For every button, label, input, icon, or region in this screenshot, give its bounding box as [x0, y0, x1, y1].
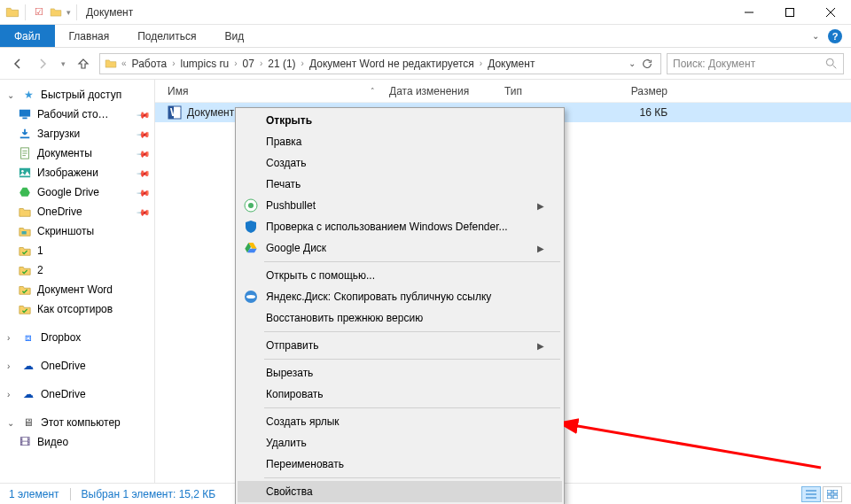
sidebar-item[interactable]: 2	[0, 260, 154, 280]
sidebar-item[interactable]: Загрузки📌	[0, 124, 154, 143]
menu-label: Переименовать	[266, 458, 344, 470]
cloud-icon: ☁	[21, 359, 35, 373]
tab-view[interactable]: Вид	[210, 25, 258, 47]
divider	[76, 4, 77, 20]
sidebar-this-pc[interactable]: ⌄ 🖥 Этот компьютер	[0, 413, 154, 432]
forward-button[interactable]	[32, 53, 53, 74]
nav-buttons: ▾	[7, 53, 94, 74]
gdrive-icon	[18, 185, 32, 199]
sidebar-item[interactable]: Скриншоты	[0, 221, 154, 241]
sidebar-item-videos[interactable]: 🎞 Видео	[0, 432, 154, 452]
address-bar[interactable]: « Работа› lumpics ru› 07› 21 (1)› Докуме…	[99, 53, 661, 74]
menu-item[interactable]: Правка	[238, 131, 562, 152]
menu-item[interactable]: Создать	[238, 152, 562, 174]
chevron-right-icon[interactable]: ›	[168, 58, 178, 68]
word-doc-icon: W	[168, 105, 182, 120]
menu-item[interactable]: Вырезать	[238, 362, 562, 384]
chevron-down-icon[interactable]: ⌄	[7, 418, 16, 428]
sidebar-item[interactable]: Документы📌	[0, 143, 154, 163]
svg-rect-14	[827, 495, 831, 499]
col-date[interactable]: Дата изменения	[382, 85, 497, 97]
svg-point-7	[21, 170, 24, 173]
crumb[interactable]: Документ	[486, 58, 536, 70]
menu-item[interactable]: Удалить	[238, 432, 562, 454]
chevron-right-icon[interactable]: ›	[7, 361, 16, 371]
crumb[interactable]: Документ Word не редактируется	[308, 58, 476, 70]
submenu-arrow-icon: ▶	[537, 244, 544, 253]
sidebar-quick-access[interactable]: ⌄ ★ Быстрый доступ	[0, 85, 154, 105]
tab-home[interactable]: Главная	[55, 25, 124, 47]
chevron-right-icon[interactable]: ›	[476, 58, 486, 68]
menu-label: Создать ярлык	[266, 415, 340, 428]
menu-item[interactable]: Открыть	[238, 110, 562, 131]
sidebar-onedrive[interactable]: › ☁ OneDrive	[0, 356, 154, 376]
sidebar-label: Загрузки	[37, 128, 80, 140]
sidebar-item[interactable]: Документ Word	[0, 280, 154, 299]
help-icon[interactable]: ?	[828, 29, 842, 43]
chevron-right-icon[interactable]: ›	[7, 333, 16, 343]
menu-item[interactable]: Открыть с помощью...	[238, 265, 562, 286]
crumb[interactable]: Работа	[130, 58, 169, 70]
chevron-right-icon[interactable]: ›	[298, 58, 308, 68]
address-dropdown-icon[interactable]: ⌄	[628, 58, 636, 68]
recent-dropdown[interactable]: ▾	[57, 53, 69, 74]
tab-share[interactable]: Поделиться	[123, 25, 210, 47]
tab-file[interactable]: Файл	[0, 25, 55, 47]
maximize-button[interactable]	[769, 0, 810, 25]
col-size[interactable]: Размер	[604, 85, 675, 97]
folder-icon	[18, 205, 32, 219]
menu-item[interactable]: Печать	[238, 174, 562, 195]
chevron-right-icon[interactable]: ›	[230, 58, 240, 68]
monitor-icon: 🖥	[21, 415, 35, 430]
search-input[interactable]: Поиск: Документ	[667, 53, 844, 74]
menu-label: Отправить	[266, 339, 319, 352]
sidebar-item[interactable]: 1	[0, 241, 154, 260]
crumb[interactable]: 07	[241, 58, 256, 70]
menu-item[interactable]: Проверка с использованием Windows Defend…	[238, 216, 562, 237]
qat-dropdown-icon[interactable]: ▾	[66, 8, 71, 17]
titlebar: ☑ ▾ Документ	[0, 0, 851, 25]
col-type[interactable]: Тип	[497, 85, 604, 97]
menu-label: Google Диск	[266, 242, 326, 254]
details-view-button[interactable]	[801, 486, 821, 502]
chevron-right-icon[interactable]: ›	[7, 390, 16, 399]
menu-item[interactable]: Восстановить прежнюю версию	[238, 307, 562, 329]
menu-item[interactable]: Создать ярлык	[238, 411, 562, 432]
sidebar-item[interactable]: Изображени📌	[0, 163, 154, 182]
search-icon[interactable]	[825, 58, 838, 70]
crumb[interactable]: lumpics ru	[179, 58, 231, 70]
checkbox-qat-icon[interactable]: ☑	[31, 6, 47, 18]
pin-icon: 📌	[137, 185, 151, 199]
sidebar-dropbox[interactable]: › ⧈ Dropbox	[0, 328, 154, 347]
sidebar-item[interactable]: Как отсортиров	[0, 299, 154, 319]
menu-label: Вырезать	[266, 367, 313, 379]
sidebar-onedrive[interactable]: › ☁ OneDrive	[0, 384, 154, 404]
menu-item[interactable]: Google Диск▶	[238, 237, 562, 259]
tiles-view-button[interactable]	[823, 486, 842, 502]
back-button[interactable]	[7, 53, 28, 74]
crumb[interactable]: 21 (1)	[266, 58, 297, 70]
menu-item[interactable]: Яндекс.Диск: Скопировать публичную ссылк…	[238, 286, 562, 307]
menu-item[interactable]: Pushbullet▶	[238, 195, 562, 216]
sidebar-label: Этот компьютер	[41, 416, 121, 429]
sidebar-item[interactable]: Рабочий сто…📌	[0, 105, 154, 124]
sidebar-item[interactable]: OneDrive📌	[0, 202, 154, 221]
col-name[interactable]: Имя˄	[160, 85, 382, 97]
menu-item[interactable]: Переименовать	[238, 454, 562, 475]
expand-ribbon-icon[interactable]: ⌄	[812, 31, 819, 41]
sidebar-item[interactable]: Google Drive📌	[0, 182, 154, 202]
refresh-icon[interactable]	[641, 58, 653, 70]
menu-item[interactable]: Свойства	[238, 481, 562, 502]
pin-icon: 📌	[137, 127, 151, 141]
up-button[interactable]	[73, 53, 94, 74]
sidebar-label: Документ Word	[37, 283, 113, 296]
chevron-right-icon[interactable]: ›	[256, 58, 266, 68]
sidebar-label: Изображени	[37, 167, 98, 179]
minimize-button[interactable]	[729, 0, 769, 25]
chevron-right-icon[interactable]: «	[118, 58, 130, 68]
menu-item[interactable]: Копировать	[238, 384, 562, 405]
menu-item[interactable]: Отправить▶	[238, 335, 562, 356]
close-button[interactable]	[810, 0, 851, 25]
svg-rect-4	[20, 137, 30, 139]
chevron-down-icon[interactable]: ⌄	[7, 90, 16, 100]
